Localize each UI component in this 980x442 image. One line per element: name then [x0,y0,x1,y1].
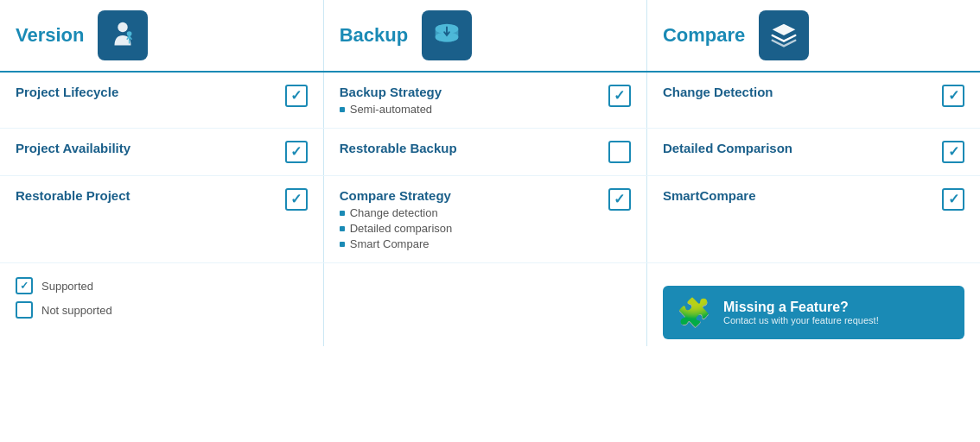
version-feature-1-checkbox: ✓ [285,85,308,107]
version-feature-2: Project Availability ✓ [0,129,323,176]
version-header-title: Version [16,24,84,47]
legend-supported-checkbox: ✓ [16,277,33,294]
compare-feature-3-checkbox: ✓ [942,188,964,211]
compare-header-title: Compare [663,24,745,47]
backup-header-title: Backup [340,24,408,47]
version-feature-2-checkbox: ✓ [285,141,308,163]
missing-feature-subtitle: Contact us with your feature request! [723,315,879,325]
legend-backup-empty [323,263,646,347]
backup-header-cell: Backup [323,0,646,72]
compare-feature-1-name: Change Detection [663,85,932,99]
backup-icon [422,10,472,60]
bullet-dot [340,107,345,112]
compare-feature-2: Detailed Comparison ✓ [646,129,980,176]
compare-feature-1: Change Detection ✓ [646,72,980,129]
version-icon [98,10,148,60]
missing-feature-title: Missing a Feature? [723,300,879,315]
backup-feature-1-sub: Semi-automated [340,103,598,116]
compare-feature-2-checkbox: ✓ [942,141,964,163]
version-feature-3-checkbox: ✓ [285,188,308,211]
version-feature-1-name: Project Lifecycle [16,85,275,99]
backup-feature-2-name: Restorable Backup [340,141,598,155]
backup-feature-1-checkbox: ✓ [608,85,631,107]
feature-comparison-table: Version Backup [0,0,980,346]
version-feature-2-name: Project Availability [16,141,275,155]
compare-header-cell: Compare [646,0,980,72]
backup-feature-3: Compare Strategy Change detection Detail… [323,176,646,263]
missing-feature-cell: 🧩 Missing a Feature? Contact us with you… [646,263,980,347]
bullet-dot [340,211,345,216]
bullet-dot [340,242,345,247]
legend-cell: ✓ Supported Not supported [0,263,323,347]
version-feature-1: Project Lifecycle ✓ [0,72,323,129]
compare-feature-3-name: SmartCompare [663,188,932,203]
backup-feature-3-name: Compare Strategy [340,188,598,203]
bullet-dot [340,226,345,231]
missing-feature-text: Missing a Feature? Contact us with your … [723,300,879,325]
legend-not-supported: Not supported [16,301,308,319]
version-feature-3: Restorable Project ✓ [0,176,323,263]
svg-point-0 [118,22,128,32]
version-feature-3-name: Restorable Project [16,188,275,203]
backup-feature-2: Restorable Backup [323,129,646,176]
legend-not-supported-label: Not supported [41,304,112,317]
backup-feature-1: Backup Strategy Semi-automated ✓ [323,72,646,129]
compare-icon [759,10,809,60]
compare-feature-3: SmartCompare ✓ [646,176,980,263]
backup-feature-1-name: Backup Strategy [340,85,598,99]
legend-supported-label: Supported [41,280,93,293]
legend-supported: ✓ Supported [16,277,308,294]
missing-feature-banner[interactable]: 🧩 Missing a Feature? Contact us with you… [663,286,964,339]
compare-feature-2-name: Detailed Comparison [663,141,932,155]
backup-feature-2-checkbox [608,141,631,163]
backup-feature-3-sub: Change detection Detailed comparison Sma… [340,206,598,250]
legend-not-supported-checkbox [16,301,33,319]
backup-feature-3-checkbox: ✓ [608,188,631,211]
missing-feature-puzzle-icon: 🧩 [677,296,711,329]
compare-feature-1-checkbox: ✓ [942,85,964,107]
version-header-cell: Version [0,0,323,72]
